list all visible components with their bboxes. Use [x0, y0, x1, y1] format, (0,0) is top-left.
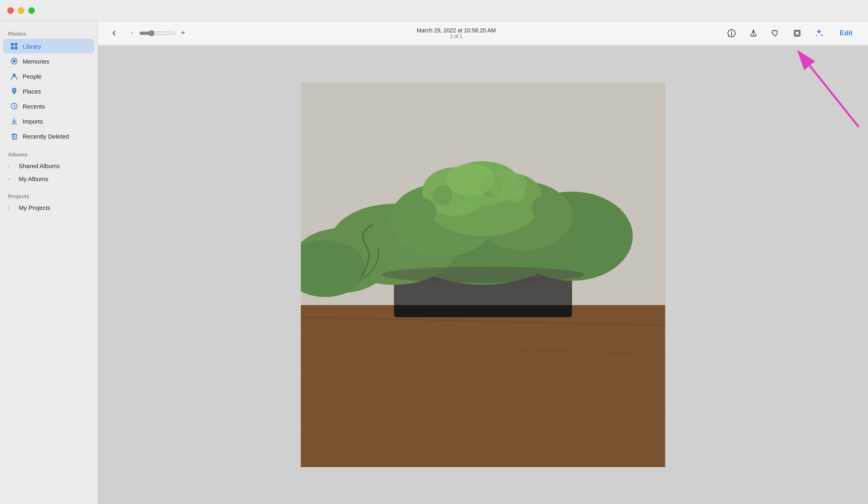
info-button[interactable] [725, 26, 738, 40]
sidebar-item-people-label: People [23, 73, 42, 80]
zoom-slider-input[interactable] [139, 30, 176, 36]
svg-rect-21 [301, 305, 665, 467]
photo-image [301, 82, 665, 467]
toolbar-right: Edit [725, 26, 858, 40]
sidebar-item-recents-label: Recents [23, 103, 45, 110]
trash-icon [10, 132, 19, 141]
maximize-button[interactable] [28, 7, 35, 14]
sidebar-item-recently-deleted-label: Recently Deleted [23, 133, 69, 140]
svg-rect-1 [15, 43, 17, 46]
sidebar-item-shared-albums[interactable]: › Shared Albums [3, 160, 94, 172]
svg-point-5 [13, 60, 15, 62]
sidebar-item-my-projects[interactable]: › My Projects [3, 201, 94, 214]
svg-rect-9 [11, 123, 17, 124]
sidebar-item-places-label: Places [23, 88, 41, 95]
section-projects-label: Projects [0, 190, 98, 201]
memories-icon [10, 57, 19, 66]
sidebar-item-library[interactable]: Library [3, 39, 94, 53]
sidebar-item-my-projects-label: My Projects [19, 204, 50, 211]
svg-rect-2 [11, 47, 14, 49]
svg-point-6 [13, 74, 15, 77]
toolbar-left: - + [108, 27, 188, 40]
share-button[interactable] [747, 26, 760, 40]
sidebar-item-people[interactable]: People [3, 69, 94, 83]
favorite-button[interactable] [768, 26, 782, 40]
annotation-arrow [777, 45, 866, 135]
svg-rect-19 [795, 31, 799, 35]
svg-rect-51 [301, 82, 665, 305]
photo-count: 1 of 1 [450, 34, 462, 39]
sidebar-item-my-albums[interactable]: › My Albums [3, 173, 94, 185]
sidebar-item-memories[interactable]: Memories [3, 54, 94, 68]
titlebar [0, 0, 868, 21]
people-icon [10, 72, 19, 81]
places-icon [10, 87, 19, 96]
main-content: - + March 29, 2022 at 10:56:20 AM 1 of 1 [98, 21, 868, 504]
svg-rect-3 [15, 47, 17, 49]
toolbar: - + March 29, 2022 at 10:56:20 AM 1 of 1 [98, 21, 868, 45]
sidebar-item-recently-deleted[interactable]: Recently Deleted [3, 129, 94, 143]
svg-point-7 [13, 89, 15, 91]
zoom-out-button[interactable]: - [127, 28, 137, 38]
window-controls [7, 7, 35, 14]
sidebar-item-library-label: Library [23, 43, 41, 50]
edit-button[interactable]: Edit [834, 27, 858, 40]
imports-icon [10, 117, 19, 126]
app-body: Photos Library Memories [0, 21, 868, 504]
svg-rect-0 [11, 43, 14, 46]
back-button[interactable] [108, 27, 121, 40]
sidebar-item-imports-label: Imports [23, 118, 43, 125]
sidebar-item-imports[interactable]: Imports [3, 114, 94, 128]
sidebar: Photos Library Memories [0, 21, 98, 504]
close-button[interactable] [7, 7, 14, 14]
zoom-controls: - + [127, 28, 188, 38]
chevron-right-icon: › [8, 176, 10, 182]
zoom-in-button[interactable]: + [178, 28, 188, 38]
minimize-button[interactable] [18, 7, 24, 14]
recents-icon [10, 102, 19, 111]
sidebar-item-recents[interactable]: Recents [3, 99, 94, 113]
svg-point-17 [731, 31, 732, 32]
photo-timestamp: March 29, 2022 at 10:56:20 AM [417, 27, 496, 34]
library-icon [10, 42, 19, 51]
sidebar-item-places[interactable]: Places [3, 84, 94, 98]
chevron-right-icon: › [8, 205, 10, 211]
chevron-right-icon: › [8, 163, 10, 169]
sidebar-item-my-albums-label: My Albums [19, 175, 48, 182]
crop-button[interactable] [790, 26, 804, 40]
sidebar-item-shared-albums-label: Shared Albums [19, 162, 60, 169]
photo-area [98, 45, 868, 504]
section-albums-label: Albums [0, 148, 98, 159]
enhance-button[interactable] [812, 26, 826, 40]
sidebar-item-memories-label: Memories [23, 58, 49, 65]
section-photos-label: Photos [0, 28, 98, 38]
toolbar-center: March 29, 2022 at 10:56:20 AM 1 of 1 [417, 27, 496, 39]
